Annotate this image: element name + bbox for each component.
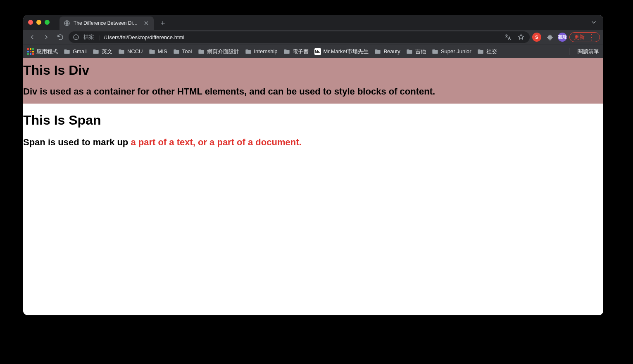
- folder-icon: [245, 48, 252, 55]
- folder-icon: [173, 48, 180, 55]
- folder-icon: [93, 48, 99, 55]
- span-text: Span is used to mark up a part of a text…: [23, 137, 603, 148]
- bookmark-folder[interactable]: Beauty: [374, 48, 400, 55]
- translate-icon[interactable]: [503, 33, 512, 42]
- bookmark-label: 應用程式: [36, 48, 58, 55]
- span-demo-block: This Is Span Span is used to mark up a p…: [23, 104, 603, 148]
- apps-icon: [27, 48, 34, 55]
- update-label: 更新: [574, 33, 585, 41]
- minimize-window-button[interactable]: [36, 20, 41, 25]
- address-separator: |: [98, 34, 100, 40]
- back-button[interactable]: [26, 31, 38, 43]
- bookmark-label: 網頁介面設計: [207, 48, 239, 55]
- bookmark-label: Tool: [182, 48, 192, 54]
- bookmark-folder[interactable]: MIS: [149, 48, 167, 55]
- bookmark-folder[interactable]: NCCU: [118, 48, 143, 55]
- folder-icon: [198, 48, 205, 55]
- browser-chrome: The Difference Between Div an: [23, 15, 603, 58]
- reading-list-label: 閱讀清單: [578, 48, 599, 55]
- bookmark-folder[interactable]: 社交: [477, 48, 497, 55]
- div-demo-block: This Is Div Div is used as a container f…: [23, 58, 603, 104]
- span-heading: This Is Span: [23, 113, 603, 137]
- bookmark-folder[interactable]: Tool: [173, 48, 192, 55]
- close-window-button[interactable]: [28, 20, 33, 25]
- update-button[interactable]: 更新 ⋮: [569, 32, 600, 42]
- mr-icon: Mr.: [314, 48, 321, 55]
- maximize-window-button[interactable]: [45, 20, 50, 25]
- browser-window: The Difference Between Div an: [23, 15, 603, 315]
- browser-tab-active[interactable]: The Difference Between Div an: [59, 17, 154, 30]
- bookmark-label: Super Junior: [441, 48, 471, 54]
- toolbar: 檔案 | /Users/fei/Desktop/difference.html …: [23, 30, 603, 45]
- bookmark-folder[interactable]: 英文: [93, 48, 112, 55]
- span-text-highlight: a part of a text, or a part of a documen…: [131, 137, 301, 147]
- bookmark-label: 吉他: [415, 48, 426, 55]
- tab-title: The Difference Between Div an: [74, 20, 140, 26]
- site-info-icon[interactable]: [73, 34, 79, 40]
- bookmark-label: Mr.Market市場先生: [324, 48, 369, 55]
- window-controls: [28, 15, 50, 30]
- bookmark-label: Internship: [254, 48, 278, 54]
- extensions-icon[interactable]: [544, 31, 555, 43]
- reading-list-button[interactable]: 閱讀清單: [575, 48, 599, 55]
- profile-avatar[interactable]: 芸飛: [558, 33, 567, 42]
- bookmark-label: MIS: [158, 48, 167, 54]
- div-text: Div is used as a container for other HTM…: [23, 86, 603, 97]
- bookmark-label: 英文: [102, 48, 112, 55]
- bookmark-folder[interactable]: 網頁介面設計: [198, 48, 239, 55]
- bookmark-folder[interactable]: 電子書: [283, 48, 309, 55]
- bookmark-folder[interactable]: Gmail: [64, 48, 87, 55]
- page-content: This Is Div Div is used as a container f…: [23, 58, 603, 315]
- span-text-lead: Span is used to mark up: [23, 137, 131, 147]
- folder-icon: [283, 48, 290, 55]
- close-tab-icon[interactable]: [143, 20, 150, 26]
- forward-button[interactable]: [40, 31, 52, 43]
- folder-icon: [406, 48, 413, 55]
- bookmarks-bar: 應用程式 Gmail英文NCCUMISTool網頁介面設計Internship電…: [23, 45, 603, 58]
- folder-icon: [64, 48, 70, 55]
- reload-button[interactable]: [55, 31, 66, 43]
- bookmark-label: Beauty: [383, 48, 400, 54]
- bookmark-apps[interactable]: 應用程式: [27, 48, 58, 55]
- bookmark-folder[interactable]: Super Junior: [432, 48, 471, 55]
- extension-avatar[interactable]: S: [532, 33, 541, 42]
- star-icon[interactable]: [516, 33, 526, 42]
- tab-strip: The Difference Between Div an: [23, 15, 603, 30]
- globe-icon: [64, 20, 70, 26]
- bookmark-label: NCCU: [127, 48, 143, 54]
- folder-icon: [118, 48, 125, 55]
- bookmarks-divider: [569, 48, 569, 55]
- bookmark-label: 電子書: [293, 48, 309, 55]
- tab-overflow-icon[interactable]: [590, 19, 597, 26]
- address-bar[interactable]: 檔案 | /Users/fei/Desktop/difference.html: [69, 31, 530, 43]
- folder-icon: [477, 48, 484, 55]
- bookmark-folder[interactable]: Internship: [245, 48, 278, 55]
- address-path: /Users/fei/Desktop/difference.html: [104, 34, 184, 40]
- new-tab-button[interactable]: [157, 17, 169, 29]
- bookmark-label: Gmail: [73, 48, 87, 54]
- bookmark-folder[interactable]: 吉他: [406, 48, 426, 55]
- address-source-label: 檔案: [83, 33, 94, 41]
- folder-icon: [432, 48, 438, 55]
- bookmark-mrmarket[interactable]: Mr. Mr.Market市場先生: [314, 48, 369, 55]
- bookmark-label: 社交: [486, 48, 497, 55]
- folder-icon: [374, 48, 381, 55]
- folder-icon: [149, 48, 155, 55]
- div-heading: This Is Div: [23, 58, 603, 86]
